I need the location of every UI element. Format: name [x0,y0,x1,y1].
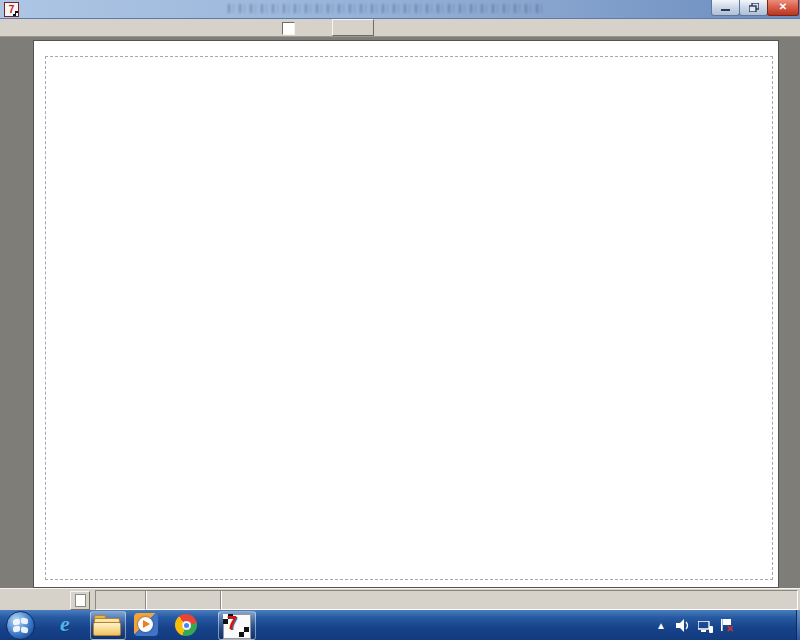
statusbar-empty-panel [220,590,798,610]
tray-expand-arrow-icon[interactable]: ▲ [656,620,666,631]
toolbar [0,19,800,37]
taskbar-item-chrome[interactable] [172,611,202,638]
options-button[interactable] [332,19,374,36]
lock-aspect-ratio-checkbox[interactable] [282,22,295,35]
app-icon: 7 [4,2,19,17]
taskbar: e 7 ▲ [0,610,800,640]
minimize-button[interactable] [711,0,740,16]
svg-text:✕: ✕ [726,624,734,633]
taskbar-item-internet-explorer[interactable]: e [52,611,84,638]
document-icon [75,594,86,607]
page-select-button[interactable] [70,591,90,610]
network-icon[interactable] [698,619,713,637]
taskbar-item-windows-explorer[interactable] [90,611,126,640]
taskbar-item-dynojet-winpep[interactable]: 7 [218,611,256,640]
statusbar-zoom-panel [145,590,222,610]
statusbar-page-panel [95,590,147,610]
restore-icon [749,3,759,12]
action-center-flag-icon[interactable]: ✕ [720,618,734,636]
restore-button[interactable] [739,0,768,16]
screen: 7 ✕ [0,0,800,640]
titlebar-blurred-path-text [228,4,543,13]
start-button[interactable] [6,611,35,640]
statusbar [0,588,800,611]
show-desktop-button[interactable] [796,610,800,640]
taskbar-item-media-player[interactable] [132,611,162,638]
titlebar[interactable]: 7 ✕ [0,0,800,19]
close-button[interactable]: ✕ [767,0,799,16]
minimize-icon [721,3,730,12]
internet-explorer-icon: e [60,611,70,637]
page-margin-guide [45,56,773,580]
speaker-icon[interactable] [676,618,690,636]
